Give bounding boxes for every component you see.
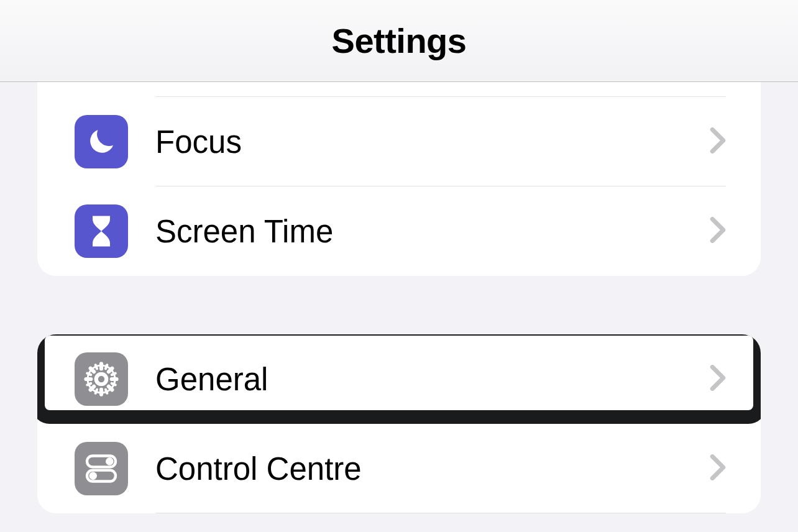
gear-icon [75, 352, 128, 406]
svg-line-16 [112, 374, 116, 375]
settings-row-control-centre[interactable]: Control Centre [37, 424, 761, 513]
settings-row-screen-time[interactable]: Screen Time [37, 186, 761, 276]
svg-line-6 [91, 369, 94, 372]
chevron-right-icon [710, 454, 726, 483]
settings-content: Focus Screen Time [0, 82, 798, 532]
chevron-right-icon [710, 127, 726, 156]
row-label: General [155, 361, 710, 398]
svg-line-9 [109, 369, 112, 372]
chevron-right-icon [710, 217, 726, 245]
settings-row-general[interactable]: General [37, 334, 761, 424]
chevron-right-icon [710, 365, 726, 393]
svg-point-21 [89, 472, 97, 480]
row-label: Focus [155, 124, 710, 160]
partial-row-stub [37, 82, 761, 97]
svg-line-7 [109, 387, 112, 390]
svg-line-17 [112, 383, 116, 385]
settings-group-2: General Control Centre [37, 334, 761, 513]
settings-group-1: Focus Screen Time [37, 82, 761, 276]
svg-line-12 [96, 390, 97, 393]
svg-point-19 [106, 457, 114, 466]
svg-line-8 [91, 387, 94, 390]
svg-line-10 [96, 365, 97, 369]
header: Settings [0, 0, 798, 82]
svg-line-14 [87, 374, 91, 375]
row-label: Control Centre [155, 451, 710, 487]
page-title: Settings [332, 21, 467, 61]
moon-icon [75, 115, 128, 168]
svg-line-11 [106, 365, 107, 369]
svg-point-1 [96, 374, 107, 385]
svg-line-13 [106, 390, 107, 393]
toggles-icon [75, 442, 128, 495]
svg-line-15 [87, 383, 91, 385]
hourglass-icon [75, 204, 128, 258]
settings-row-focus[interactable]: Focus [37, 97, 761, 186]
row-label: Screen Time [155, 213, 710, 250]
